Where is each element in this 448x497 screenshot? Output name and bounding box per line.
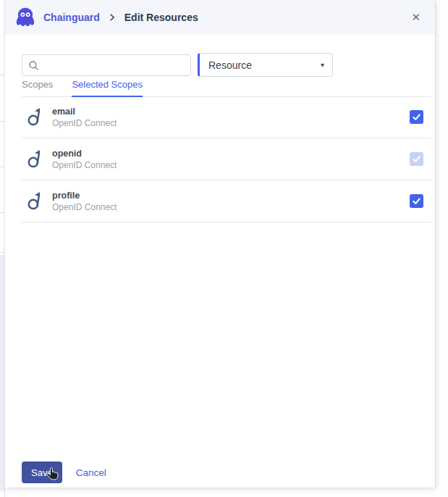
tab-scopes[interactable]: Scopes bbox=[22, 79, 53, 96]
scope-list: email OpenID Connect openid OpenID Conne… bbox=[22, 96, 431, 222]
openid-connect-icon bbox=[26, 107, 43, 128]
modal-footer: Save Cancel bbox=[22, 462, 106, 483]
scope-checkbox[interactable] bbox=[410, 194, 423, 208]
chevron-down-icon: ▾ bbox=[321, 61, 324, 69]
scope-provider: OpenID Connect bbox=[52, 118, 117, 128]
close-icon[interactable]: ✕ bbox=[408, 9, 423, 25]
scope-checkbox[interactable] bbox=[410, 110, 423, 124]
modal-header: Chainguard Edit Resources ✕ bbox=[5, 0, 435, 34]
checkmark-icon bbox=[412, 112, 421, 122]
openid-connect-icon bbox=[26, 191, 43, 212]
scope-row[interactable]: openid OpenID Connect bbox=[22, 138, 431, 180]
modal-title: Edit Resources bbox=[124, 12, 198, 23]
scope-provider: OpenID Connect bbox=[52, 202, 117, 212]
scope-row[interactable]: email OpenID Connect bbox=[22, 96, 431, 138]
cancel-button[interactable]: Cancel bbox=[76, 467, 106, 478]
tab-bar: Scopes Selected Scopes bbox=[22, 79, 431, 97]
checkmark-icon bbox=[412, 196, 421, 206]
tab-selected-scopes[interactable]: Selected Scopes bbox=[72, 79, 143, 97]
breadcrumb-brand-link[interactable]: Chainguard bbox=[43, 12, 100, 23]
scope-provider: OpenID Connect bbox=[52, 160, 117, 170]
resource-filter-dropdown[interactable]: Resource ▾ bbox=[198, 53, 333, 77]
scope-name: email bbox=[52, 106, 117, 117]
page-behind-sliver bbox=[0, 0, 5, 497]
search-input[interactable] bbox=[43, 60, 185, 71]
scope-name: openid bbox=[52, 149, 117, 159]
search-box[interactable] bbox=[22, 54, 191, 76]
openid-connect-icon bbox=[26, 149, 43, 170]
search-icon bbox=[28, 60, 39, 71]
scope-name: profile bbox=[52, 191, 117, 201]
checkmark-icon bbox=[412, 154, 421, 164]
toolbar: Resource ▾ bbox=[22, 53, 333, 77]
save-button[interactable]: Save bbox=[22, 462, 62, 483]
edit-resources-modal: Chainguard Edit Resources ✕ Resource ▾ S… bbox=[5, 0, 435, 488]
scope-row[interactable]: profile OpenID Connect bbox=[22, 180, 431, 222]
breadcrumb-chevron-icon bbox=[108, 13, 117, 22]
scope-checkbox[interactable] bbox=[410, 152, 423, 166]
resource-filter-value: Resource bbox=[208, 59, 252, 71]
chainguard-octopus-logo-icon bbox=[14, 6, 37, 29]
